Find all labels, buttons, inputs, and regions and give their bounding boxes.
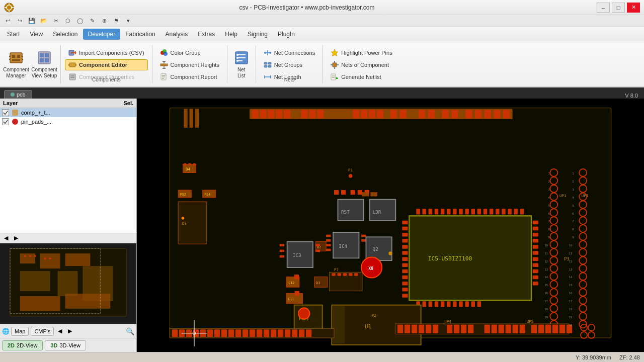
- svg-rect-73: [20, 253, 35, 263]
- component-editor-button[interactable]: Component Editor: [65, 59, 148, 70]
- qa-open[interactable]: 📂: [38, 16, 49, 26]
- maximize-button[interactable]: □: [612, 3, 625, 13]
- svg-rect-212: [533, 282, 538, 285]
- qa-target[interactable]: ⊕: [99, 16, 110, 26]
- svg-rect-330: [499, 325, 504, 333]
- svg-rect-184: [453, 301, 456, 307]
- layer-header-label: Layer: [3, 100, 18, 106]
- qa-flag[interactable]: ⚑: [111, 16, 122, 26]
- component-report-button[interactable]: Component Report: [156, 71, 223, 82]
- svg-rect-101: [353, 110, 359, 118]
- svg-rect-93: [252, 110, 259, 118]
- component-editor-icon: [68, 61, 76, 69]
- qa-circle[interactable]: ◯: [74, 16, 86, 26]
- color-group-button[interactable]: Color Group: [156, 47, 223, 58]
- svg-rect-152: [315, 244, 320, 246]
- svg-rect-190: [402, 227, 408, 230]
- svg-rect-150: [280, 250, 284, 252]
- nets-of-component-button[interactable]: Nets of Component: [327, 59, 396, 70]
- svg-text:P2: P2: [372, 313, 376, 318]
- svg-rect-211: [533, 276, 538, 279]
- svg-rect-56: [264, 65, 267, 67]
- svg-rect-118: [184, 163, 186, 166]
- component-view-setup-button[interactable]: ComponentView Setup: [31, 48, 57, 80]
- menu-start[interactable]: Start: [2, 29, 25, 40]
- menu-analysis[interactable]: Analysis: [160, 29, 193, 40]
- layer-row-1[interactable]: pin_pads_....: [0, 117, 136, 126]
- view-3d-button[interactable]: 3D 3D-View: [45, 340, 86, 350]
- svg-rect-328: [485, 325, 490, 333]
- qa-dropdown[interactable]: ▾: [123, 16, 134, 26]
- map-nav-right[interactable]: ▶: [66, 327, 74, 335]
- qa-select[interactable]: ⬡: [62, 16, 73, 26]
- component-manager-button[interactable]: ComponentManager: [3, 48, 29, 80]
- scroll-right[interactable]: ▶: [12, 234, 20, 242]
- net-list-button[interactable]: NetList: [230, 47, 253, 81]
- svg-text:IC5-USBIZI100: IC5-USBIZI100: [428, 255, 472, 262]
- qa-undo[interactable]: ↩: [2, 16, 13, 26]
- map-nav-left[interactable]: ◀: [56, 327, 64, 335]
- svg-text:7: 7: [548, 220, 550, 223]
- map-button[interactable]: Map: [11, 327, 29, 336]
- pcb-canvas[interactable]: D4 X7 RST LDR PS2 PS4: [137, 99, 644, 352]
- svg-rect-76: [20, 271, 50, 291]
- svg-text:LDR: LDR: [373, 209, 381, 215]
- window-title: csv - PCB-Investigator • www.pcb-investi…: [17, 4, 597, 11]
- menu-extras[interactable]: Extras: [193, 29, 220, 40]
- svg-text:11: 11: [569, 252, 573, 255]
- svg-rect-18: [45, 58, 49, 62]
- layer-check-0[interactable]: [2, 109, 9, 116]
- menu-plugin[interactable]: PlugIn: [273, 29, 300, 40]
- svg-rect-163: [435, 209, 438, 214]
- svg-text:IC3: IC3: [293, 252, 301, 258]
- svg-rect-62: [333, 63, 337, 67]
- svg-text:16: 16: [544, 292, 548, 295]
- qa-pencil[interactable]: ✎: [87, 16, 98, 26]
- view-2d-button[interactable]: 2D 2D-View: [2, 340, 43, 350]
- nets-of-component-label: Nets of Component: [341, 62, 389, 68]
- close-button[interactable]: ✕: [627, 3, 640, 13]
- svg-rect-297: [172, 329, 178, 337]
- generate-netlist-button[interactable]: Generate Netlist: [327, 71, 396, 82]
- menu-view[interactable]: View: [25, 29, 48, 40]
- svg-text:2: 2: [548, 180, 550, 183]
- layer-row-0[interactable]: comp_+_t...: [0, 108, 136, 117]
- import-components-button[interactable]: Import Components (CSV): [65, 47, 148, 58]
- net-connections-button[interactable]: Net Connections: [260, 47, 318, 58]
- svg-rect-106: [400, 110, 407, 118]
- tab-name: pcb: [17, 92, 26, 98]
- svg-text:UP5: UP5: [527, 319, 533, 324]
- svg-rect-193: [402, 245, 408, 248]
- svg-rect-132: [334, 190, 339, 195]
- menu-signing[interactable]: Signing: [243, 29, 273, 40]
- menu-developer[interactable]: Developer: [83, 29, 121, 40]
- svg-rect-287: [343, 273, 347, 276]
- layer-check-1[interactable]: [2, 118, 9, 125]
- qa-cut[interactable]: ✂: [50, 16, 61, 26]
- svg-rect-174: [502, 209, 505, 214]
- menu-selection[interactable]: Selection: [48, 29, 83, 40]
- svg-rect-96: [276, 110, 282, 118]
- menu-fabrication[interactable]: Fabrication: [120, 29, 160, 40]
- layer-name-1: pin_pads_....: [21, 119, 53, 125]
- svg-rect-289: [354, 273, 358, 276]
- minimize-button[interactable]: –: [597, 3, 610, 13]
- svg-text:11: 11: [544, 252, 548, 255]
- svg-rect-200: [402, 288, 408, 291]
- qa-redo[interactable]: ↪: [14, 16, 25, 26]
- pcb-tab[interactable]: pcb: [4, 90, 32, 99]
- component-heights-button[interactable]: Component Heights: [156, 59, 223, 70]
- highlight-power-pins-button[interactable]: Highlight Power Pins: [327, 47, 396, 58]
- svg-rect-142: [326, 239, 331, 242]
- minimap-search-icon[interactable]: 🔍: [126, 327, 134, 335]
- svg-text:1: 1: [548, 172, 550, 175]
- cmps-button[interactable]: CMP's: [31, 327, 54, 336]
- svg-rect-305: [228, 329, 234, 337]
- svg-rect-55: [268, 62, 271, 64]
- scroll-left[interactable]: ◀: [2, 234, 10, 242]
- net-groups-button[interactable]: Net Groups: [260, 59, 318, 70]
- svg-rect-164: [441, 209, 444, 214]
- svg-text:12: 12: [569, 260, 573, 263]
- menu-help[interactable]: Help: [220, 29, 243, 40]
- qa-save[interactable]: 💾: [26, 16, 37, 26]
